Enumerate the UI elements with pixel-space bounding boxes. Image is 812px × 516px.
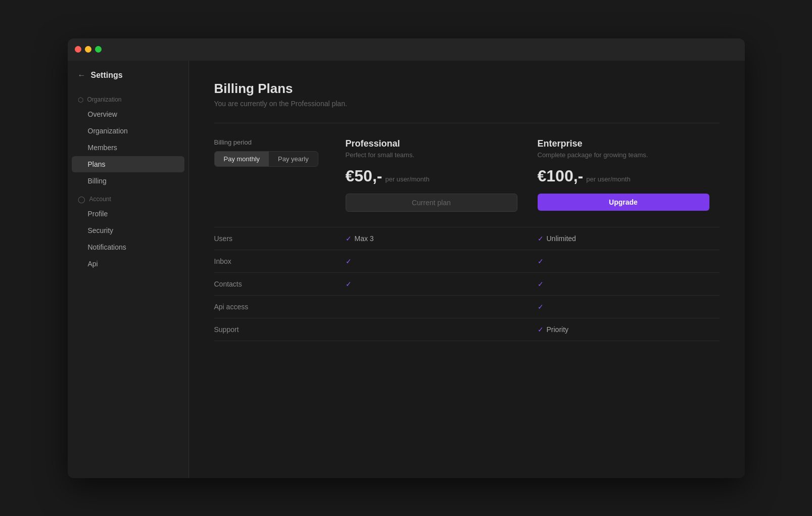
feature-row-users: Users ✓ Max 3 ✓ Unlimited xyxy=(214,227,720,250)
feature-val-contacts-professional: ✓ xyxy=(336,280,528,288)
section-divider xyxy=(214,123,720,123)
feature-name-api-access: Api access xyxy=(214,303,336,311)
enterprise-plan-desc: Complete package for growing teams. xyxy=(538,151,709,159)
close-button[interactable] xyxy=(75,46,81,53)
feature-name-contacts: Contacts xyxy=(214,280,336,288)
check-icon-support-ent: ✓ xyxy=(538,325,544,334)
organization-section-label: ⬡ Organization xyxy=(68,90,188,106)
account-section-label: ◯ Account xyxy=(68,190,188,205)
check-icon-users-ent: ✓ xyxy=(538,234,544,243)
feature-val-users-professional: ✓ Max 3 xyxy=(336,234,528,243)
sidebar-item-members[interactable]: Members xyxy=(72,139,184,156)
enterprise-plan-name: Enterprise xyxy=(538,138,709,149)
sidebar-item-plans[interactable]: Plans xyxy=(72,156,184,172)
professional-plan-price: €50,- per user/month xyxy=(346,167,517,185)
sidebar-item-api[interactable]: Api xyxy=(72,256,184,272)
professional-plan-header: Professional Perfect for small teams. €5… xyxy=(336,138,528,222)
feature-name-inbox: Inbox xyxy=(214,257,336,265)
sidebar-item-organization[interactable]: Organization xyxy=(72,123,184,139)
check-icon-api-ent: ✓ xyxy=(538,303,544,311)
professional-price-amount: €50,- xyxy=(346,167,383,185)
feature-row-api-access: Api access ✓ xyxy=(214,295,720,318)
sidebar-title: Settings xyxy=(91,71,123,80)
sidebar-item-overview[interactable]: Overview xyxy=(72,106,184,122)
feature-val-users-enterprise: ✓ Unlimited xyxy=(528,234,720,243)
feature-name-support: Support xyxy=(214,325,336,334)
pay-monthly-button[interactable]: Pay monthly xyxy=(215,152,269,166)
professional-plan-name: Professional xyxy=(346,138,517,149)
main-content: Billing Plans You are currently on the P… xyxy=(189,61,745,478)
maximize-button[interactable] xyxy=(95,46,102,53)
sidebar: ← Settings ⬡ Organization Overview Organ… xyxy=(68,61,189,478)
folder-icon: ⬡ xyxy=(78,96,83,104)
plans-header: Billing period Pay monthly Pay yearly Pr… xyxy=(214,138,720,222)
billing-period-section: Billing period Pay monthly Pay yearly xyxy=(214,138,336,222)
feature-val-support-enterprise: ✓ Priority xyxy=(528,325,720,334)
pay-yearly-button[interactable]: Pay yearly xyxy=(269,152,318,166)
sidebar-item-notifications[interactable]: Notifications xyxy=(72,239,184,255)
feature-val-inbox-professional: ✓ xyxy=(336,257,528,265)
check-icon-contacts-pro: ✓ xyxy=(346,280,352,288)
back-button[interactable]: ← xyxy=(78,71,86,80)
titlebar xyxy=(68,38,745,61)
page-subtitle: You are currently on the Professional pl… xyxy=(214,100,720,108)
sidebar-item-security[interactable]: Security xyxy=(72,222,184,239)
billing-period-label: Billing period xyxy=(214,138,336,146)
enterprise-price-period: per user/month xyxy=(586,175,630,183)
check-icon-inbox-pro: ✓ xyxy=(346,257,352,265)
feature-val-contacts-enterprise: ✓ xyxy=(528,280,720,288)
check-icon-contacts-ent: ✓ xyxy=(538,280,544,288)
enterprise-plan-price: €100,- per user/month xyxy=(538,167,709,185)
features-table: Users ✓ Max 3 ✓ Unlimited Inbox xyxy=(214,227,720,341)
professional-plan-desc: Perfect for small teams. xyxy=(346,151,517,159)
app-window: ← Settings ⬡ Organization Overview Organ… xyxy=(68,38,745,478)
check-icon-users-pro: ✓ xyxy=(346,234,352,243)
enterprise-price-amount: €100,- xyxy=(538,167,584,185)
feature-row-contacts: Contacts ✓ ✓ xyxy=(214,272,720,295)
billing-toggle-group: Pay monthly Pay yearly xyxy=(214,151,318,167)
page-title: Billing Plans xyxy=(214,81,720,97)
feature-name-users: Users xyxy=(214,234,336,243)
app-body: ← Settings ⬡ Organization Overview Organ… xyxy=(68,61,745,478)
minimize-button[interactable] xyxy=(85,46,91,53)
check-icon-inbox-ent: ✓ xyxy=(538,257,544,265)
sidebar-item-profile[interactable]: Profile xyxy=(72,206,184,222)
sidebar-item-billing[interactable]: Billing xyxy=(72,173,184,189)
enterprise-plan-header: Enterprise Complete package for growing … xyxy=(528,138,720,222)
current-plan-button: Current plan xyxy=(346,194,517,212)
sidebar-header: ← Settings xyxy=(68,71,188,90)
professional-price-period: per user/month xyxy=(385,175,429,183)
traffic-lights xyxy=(75,46,102,53)
person-icon: ◯ xyxy=(78,196,85,203)
feature-val-api-enterprise: ✓ xyxy=(528,303,720,311)
feature-val-inbox-enterprise: ✓ xyxy=(528,257,720,265)
feature-row-support: Support ✓ Priority xyxy=(214,318,720,341)
upgrade-button[interactable]: Upgrade xyxy=(538,194,709,211)
feature-row-inbox: Inbox ✓ ✓ xyxy=(214,250,720,272)
